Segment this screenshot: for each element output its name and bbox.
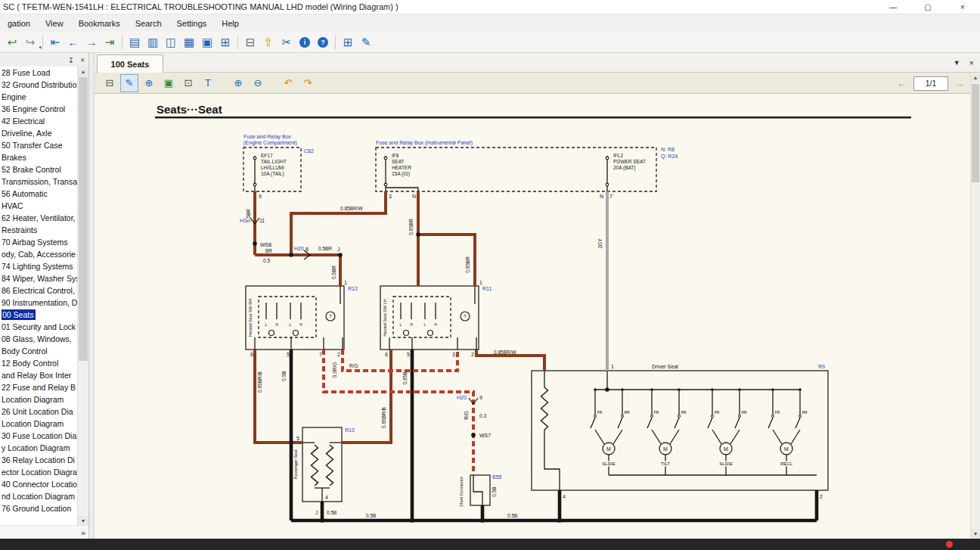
print-diagram-icon[interactable]: ⊟ bbox=[101, 74, 119, 92]
menu-item-view[interactable]: View bbox=[38, 14, 71, 32]
sidebar-item[interactable]: 52 Brake Control bbox=[0, 163, 78, 176]
tab-100-seats[interactable]: 100 Seats bbox=[97, 54, 163, 73]
page-number-input[interactable]: 1/1 bbox=[913, 76, 948, 91]
sidebar-item[interactable]: 74 Lighting Systems bbox=[0, 260, 78, 272]
sidebar-item[interactable]: 86 Electrical Control, E bbox=[0, 284, 78, 297]
page-scroll-down-icon[interactable]: ▼ bbox=[971, 529, 980, 539]
sidebar-item[interactable]: 00 Seats bbox=[0, 309, 78, 321]
view-layout2-icon[interactable]: ▥ bbox=[144, 33, 162, 51]
undo-icon[interactable]: ↶ bbox=[279, 74, 297, 92]
junction-dot bbox=[594, 388, 597, 391]
sidebar-item[interactable]: and Relay Box Inter bbox=[0, 369, 78, 381]
tab-bar-controls: ▼ × bbox=[954, 53, 974, 72]
sidebar-item[interactable]: 84 Wiper, Washer Sys bbox=[0, 272, 78, 284]
minimize-button[interactable]: — bbox=[876, 0, 910, 14]
redo-icon[interactable]: ↷ bbox=[299, 74, 317, 92]
sidebar-item[interactable]: 70 Airbag Systems bbox=[0, 236, 78, 248]
export-icon[interactable]: ⇧ bbox=[259, 33, 278, 51]
tab-close-icon[interactable]: × bbox=[969, 58, 974, 67]
zoom-out-icon[interactable]: ⊖ bbox=[249, 74, 267, 92]
expand-more-icon[interactable]: » bbox=[81, 528, 85, 537]
sidebar-item[interactable]: 30 Fuse Location Dia bbox=[0, 430, 78, 442]
next-page-icon[interactable]: → bbox=[954, 77, 965, 89]
tab-list-caret-icon[interactable]: ▼ bbox=[954, 59, 960, 67]
diagram-label: 0.85BR/W bbox=[340, 206, 363, 211]
view-table-icon[interactable]: ▦ bbox=[180, 33, 198, 51]
sidebar-item[interactable]: Driveline, Axle bbox=[0, 127, 78, 139]
sidebar-item[interactable]: 26 Unit Location Dia bbox=[0, 406, 78, 418]
sidebar-item[interactable]: Location Diagram bbox=[0, 418, 78, 430]
sidebar-item[interactable]: 42 Electrical bbox=[0, 115, 78, 127]
sidebar-item[interactable]: 28 Fuse Load bbox=[0, 67, 78, 79]
sidebar-item[interactable]: 76 Ground Location bbox=[0, 502, 78, 514]
title-rule bbox=[155, 117, 911, 119]
sidebar-item[interactable]: 08 Glass, Windows, bbox=[0, 333, 78, 345]
diagram-label: L bbox=[290, 322, 292, 327]
sidebar-item[interactable]: 62 Heater, Ventilator, bbox=[0, 212, 78, 224]
cut-icon[interactable]: ✂ bbox=[278, 33, 296, 51]
scrollbar-thumb[interactable] bbox=[79, 77, 88, 361]
sidebar-item[interactable]: 56 Automatic bbox=[0, 188, 78, 200]
info-icon[interactable]: i bbox=[296, 33, 314, 51]
print-icon[interactable]: ⊟ bbox=[241, 33, 259, 51]
zoom-window-icon[interactable]: ⊕ bbox=[140, 74, 158, 92]
view-monitor-icon[interactable]: ◫ bbox=[162, 33, 180, 51]
forward-icon[interactable]: ↪▾ bbox=[21, 33, 39, 51]
last-page-icon[interactable]: ⇥ bbox=[101, 33, 119, 51]
sidebar-item[interactable]: Transmission, Transa bbox=[0, 176, 78, 188]
next-view-icon[interactable]: → bbox=[82, 33, 101, 51]
camera-icon[interactable]: ⊡ bbox=[179, 74, 197, 92]
prev-page-icon[interactable]: ← bbox=[897, 77, 907, 89]
sidebar-item[interactable]: 90 Instrumentation, Dr bbox=[0, 297, 78, 309]
window-title: SC ( TFETM-WEN-1541LH : ELECTRICAL TROUB… bbox=[3, 2, 399, 11]
menu-item-bookmarks[interactable]: Bookmarks bbox=[71, 14, 128, 32]
maximize-button[interactable]: ▢ bbox=[910, 0, 945, 14]
menu-item-help[interactable]: Help bbox=[214, 14, 247, 32]
probe-tool-icon[interactable]: ✎ bbox=[357, 33, 375, 51]
pen-tool-icon[interactable]: ✎ bbox=[120, 74, 138, 92]
sidebar-item[interactable]: Body Control bbox=[0, 345, 78, 357]
view-index-icon[interactable]: ▣ bbox=[198, 33, 216, 51]
sidebar-item[interactable]: HVAC bbox=[0, 200, 78, 212]
motor-letter: M bbox=[663, 446, 668, 452]
prev-view-icon[interactable]: ← bbox=[64, 33, 82, 51]
close-button[interactable]: × bbox=[945, 0, 980, 14]
sidebar-item[interactable]: 50 Transfer Case bbox=[0, 139, 78, 151]
sidebar-item[interactable]: Restraints bbox=[0, 224, 78, 236]
pin-icon[interactable]: ↧ bbox=[68, 56, 74, 64]
panel-splitter[interactable] bbox=[89, 53, 95, 539]
sidebar-item[interactable]: 22 Fuse and Relay B bbox=[0, 381, 78, 393]
first-page-icon[interactable]: ⇤ bbox=[46, 33, 64, 51]
sidebar-item[interactable]: 12 Body Control bbox=[0, 357, 78, 369]
menu-item-search[interactable]: Search bbox=[128, 14, 169, 32]
sidebar-item[interactable]: 01 Security and Lock bbox=[0, 321, 78, 333]
remote-window-icon[interactable]: ⊞ bbox=[339, 33, 357, 51]
page-scroll-up-icon[interactable]: ▲ bbox=[971, 73, 980, 82]
sidebar-item[interactable]: ody, Cab, Accessorie bbox=[0, 248, 78, 260]
sidebar-item[interactable]: 36 Engine Control bbox=[0, 103, 78, 115]
back-icon[interactable]: ↩ bbox=[3, 33, 21, 51]
page-scrollbar-thumb[interactable] bbox=[972, 84, 979, 182]
page-scrollbar[interactable]: ▲ ▼ bbox=[970, 73, 980, 539]
scroll-up-icon[interactable]: ▲ bbox=[78, 67, 88, 76]
sidebar-item[interactable]: 40 Connector Locatio bbox=[0, 478, 78, 490]
zoom-in-icon[interactable]: ⊕ bbox=[229, 74, 247, 92]
sidebar-item[interactable]: Location Diagram bbox=[0, 393, 78, 406]
sidebar-item[interactable]: nd Location Diagram bbox=[0, 490, 78, 502]
view-grid-icon[interactable]: ⊞ bbox=[216, 33, 234, 51]
sidebar-item[interactable]: Engine bbox=[0, 91, 78, 103]
panel-close-icon[interactable]: × bbox=[80, 56, 85, 64]
fit-page-icon[interactable]: ▣ bbox=[160, 74, 178, 92]
sidebar-item[interactable]: 32 Ground Distribution bbox=[0, 79, 78, 91]
view-layout1-icon[interactable]: ▤ bbox=[126, 33, 144, 51]
sidebar-item[interactable]: 36 Relay Location Di bbox=[0, 454, 78, 466]
diagram-label: R11 bbox=[482, 286, 492, 291]
text-tool-icon[interactable]: T bbox=[199, 74, 217, 92]
menu-item-gation[interactable]: gation bbox=[0, 14, 38, 32]
menu-item-settings[interactable]: Settings bbox=[169, 14, 215, 32]
sidebar-item[interactable]: ector Location Diagra bbox=[0, 466, 78, 478]
help-icon[interactable]: ? bbox=[314, 33, 332, 51]
sidebar-item[interactable]: y Location Diagram bbox=[0, 442, 78, 454]
sidebar-scrollbar[interactable]: ▲ ▼ bbox=[77, 67, 88, 526]
sidebar-item[interactable]: Brakes bbox=[0, 151, 78, 163]
